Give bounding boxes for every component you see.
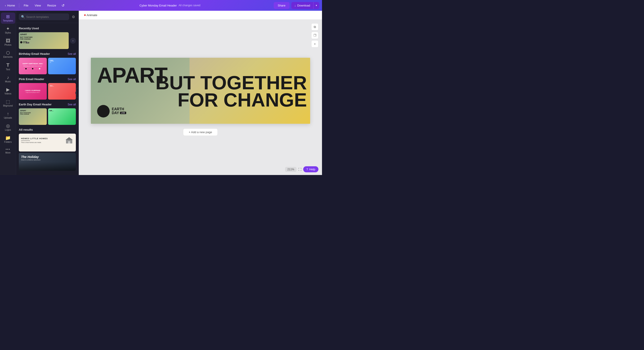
view-menu-button[interactable]: View xyxy=(32,2,44,8)
folders-icon: 📁 xyxy=(5,136,11,140)
earth-template-pair: APART BUT TOGETHERFOR CHANGE GR... › xyxy=(19,108,76,125)
sidebar-item-styles[interactable]: ✦ Styles xyxy=(1,24,15,36)
svg-marker-1 xyxy=(66,137,73,140)
bottom-bar: 211% ⛶ ? Help xyxy=(285,166,318,172)
add-page-bar: + Add a new page xyxy=(183,127,218,137)
sidebar-item-templates[interactable]: ⊞ Templates xyxy=(1,12,15,24)
sidebar-item-videos[interactable]: ▶ Videos xyxy=(1,86,15,97)
search-input-wrap: 🔍 xyxy=(19,14,69,20)
uploads-icon: ↑ xyxy=(7,112,9,116)
earth-template-card-1[interactable]: APART BUT TOGETHERFOR CHANGE xyxy=(19,108,47,125)
birthday-see-all-button[interactable]: See all xyxy=(68,52,76,56)
pink-header: Pink Email Header See all xyxy=(19,78,76,81)
sidebar-item-label-background: Bkground xyxy=(3,104,13,107)
earth-header: Earth Day Email Header See all xyxy=(19,103,76,106)
topbar-separator xyxy=(19,3,19,8)
birthday-template-card-1[interactable]: HAPPY BIRTHDAY, MIA! Wishing you more lo… xyxy=(19,58,47,74)
sidebar-item-elements[interactable]: ⬡ Elements xyxy=(1,49,15,60)
birthday-title: Birthday Email Header xyxy=(19,52,50,56)
download-dropdown-button[interactable]: ▾ xyxy=(313,2,319,9)
sidebar-item-label-elements: Elements xyxy=(3,56,13,58)
background-icon: ⬚ xyxy=(6,99,10,104)
sidebar-item-folders[interactable]: 📁 Folders xyxy=(1,134,15,145)
sidebar-item-label-logos: Logos xyxy=(5,129,11,131)
home-button[interactable]: ‹ Home xyxy=(3,2,17,8)
earth-title: Earth Day Email Header xyxy=(19,103,52,106)
recently-used-card[interactable]: APART BUT TOGETHERFOR CHANGE EARTHDAYLIV… xyxy=(19,32,69,49)
filter-button[interactable]: ⚙ xyxy=(71,14,76,20)
animate-label: Animate xyxy=(86,14,97,17)
sidebar-item-label-videos: Videos xyxy=(4,92,11,95)
result-card-1[interactable]: HEWES LITTLE HOMES This is how homes are… xyxy=(19,134,76,152)
document-title: Cyber Monday Email Header xyxy=(140,4,177,7)
photos-icon: 🖼 xyxy=(6,38,10,43)
canvas-duplicate-button[interactable]: ⧉ xyxy=(311,23,318,30)
pink-template-card-2[interactable]: OU... xyxy=(48,83,76,100)
recently-used-header: Recently Used xyxy=(19,27,76,30)
result-card-2[interactable]: The Holiday Once in a lifetime adventure xyxy=(19,153,76,171)
elements-icon: ⬡ xyxy=(6,50,10,55)
download-button-group: ↓ Download ▾ xyxy=(291,2,319,9)
canvas-page[interactable]: APART EARTH DAY LIVE xyxy=(91,58,310,124)
chevron-left-icon: ‹ xyxy=(5,4,6,7)
search-icon: 🔍 xyxy=(21,15,25,18)
svg-rect-2 xyxy=(68,141,70,144)
add-icon: + xyxy=(314,42,316,46)
sidebar-item-uploads[interactable]: ↑ Uploads xyxy=(1,110,15,121)
earth-circle xyxy=(97,105,110,118)
pink-see-all-button[interactable]: See all xyxy=(68,78,76,81)
copy-icon: ❐ xyxy=(314,34,316,37)
birthday-section: Birthday Email Header See all HAPPY BIRT… xyxy=(19,52,76,74)
help-icon: ? xyxy=(306,168,308,171)
share-button[interactable]: Share xyxy=(274,2,290,9)
sidebar-item-label-styles: Styles xyxy=(5,32,11,34)
topbar: ‹ Home File View Resize ↺ Cyber Monday E… xyxy=(0,0,322,11)
birthday-template-pair: HAPPY BIRTHDAY, MIA! Wishing you more lo… xyxy=(19,58,76,74)
sidebar-item-text[interactable]: T Text xyxy=(1,61,15,72)
earth-template-card-2[interactable]: GR... xyxy=(48,108,76,125)
canvas-area: Animate ⧉ ❐ + xyxy=(79,11,322,175)
sidebar-item-label-uploads: Uploads xyxy=(4,116,12,119)
videos-icon: ▶ xyxy=(6,87,10,92)
birthday-template-card-2[interactable]: CEL W... xyxy=(48,58,76,74)
recently-used-next-button[interactable]: › xyxy=(70,38,76,44)
sidebar-item-background[interactable]: ⬚ Bkground xyxy=(1,98,15,109)
animate-dot xyxy=(84,14,86,16)
canvas-copy-button[interactable]: ❐ xyxy=(311,32,318,39)
earth-day-banner: APART EARTH DAY LIVE xyxy=(91,58,310,124)
search-bar: 🔍 ⚙ xyxy=(16,11,78,23)
earth-live-badge: LIVE xyxy=(120,112,126,114)
templates-panel: 🔍 ⚙ Recently Used APART BUT TOGETHERFOR … xyxy=(16,11,79,175)
canvas-viewport[interactable]: ⧉ ❐ + APART xyxy=(79,20,322,175)
hide-panel-button[interactable]: ‹ xyxy=(76,88,79,98)
sidebar-item-photos[interactable]: 🖼 Photos xyxy=(1,37,15,48)
canvas-add-button[interactable]: + xyxy=(311,40,318,48)
resize-button[interactable]: Resize xyxy=(44,2,59,8)
sidebar-item-more[interactable]: ••• More xyxy=(1,146,15,156)
earth-section: Earth Day Email Header See all APART BUT… xyxy=(19,103,76,125)
main-area: ⊞ Templates ✦ Styles 🖼 Photos ⬡ Elements… xyxy=(0,11,322,175)
add-page-button[interactable]: + Add a new page xyxy=(183,128,218,136)
duplicate-icon: ⧉ xyxy=(314,25,316,29)
help-label: Help xyxy=(309,168,315,171)
fullscreen-button[interactable]: ⛶ xyxy=(298,168,302,171)
undo-button[interactable]: ↺ xyxy=(60,2,66,8)
text-icon: T xyxy=(6,63,10,68)
banner-earth-logo: EARTH DAY LIVE xyxy=(97,105,126,118)
templates-scroll[interactable]: Recently Used APART BUT TOGETHERFOR CHAN… xyxy=(16,23,78,175)
earth-see-all-button[interactable]: See all xyxy=(68,103,76,106)
sidebar-item-label-text: Text xyxy=(6,68,10,71)
pink-template-card-1[interactable]: I HAVE A SURPRISE! I hope you're going t… xyxy=(19,83,47,100)
sidebar-item-logos[interactable]: ◎ Logos xyxy=(1,122,15,133)
animate-button[interactable]: Animate xyxy=(82,12,99,18)
help-button[interactable]: ? Help xyxy=(303,166,318,172)
topbar-left: ‹ Home File View Resize ↺ xyxy=(3,2,66,8)
sidebar-item-music[interactable]: ♪ Music xyxy=(1,74,15,84)
file-menu-button[interactable]: File xyxy=(21,2,31,8)
download-button[interactable]: ↓ Download xyxy=(291,2,313,9)
sidebar-item-label-more: More xyxy=(5,152,10,154)
save-status: All changes saved xyxy=(178,4,200,7)
search-input[interactable] xyxy=(26,15,67,18)
all-results-section: All results HEWES LITTLE HOMES This is h… xyxy=(19,128,76,171)
recently-used-row: APART BUT TOGETHERFOR CHANGE EARTHDAYLIV… xyxy=(19,32,76,49)
